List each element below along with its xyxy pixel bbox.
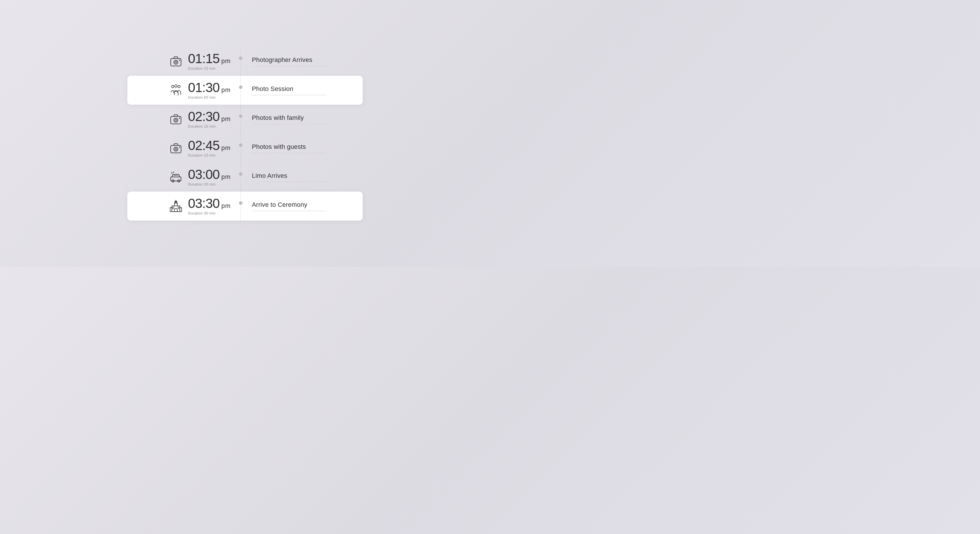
time-ampm: pm (221, 86, 231, 94)
svg-rect-27 (178, 207, 179, 209)
left-side-photos-family: 02:30 pm Duration 15 min (127, 105, 236, 134)
duration-text: Duration 60 min (188, 95, 215, 100)
event-name: Limo Arrives (252, 172, 326, 182)
right-side-photo-session: Photo Session (245, 76, 363, 105)
dot-line (236, 192, 245, 221)
dot-line (236, 134, 245, 163)
time-ampm: pm (221, 115, 231, 123)
duration-text: Duration 15 min (188, 124, 215, 129)
time-digits: 02:45 (188, 139, 220, 152)
timeline-dot (239, 201, 242, 205)
time-digits: 01:30 (188, 81, 220, 94)
timeline-item-arrive-ceremony[interactable]: 03:30 pm Duration 30 min Arrive to Cerem… (127, 192, 363, 221)
people-icon (169, 83, 183, 97)
right-side-photographer-arrives: Photographer Arrives (245, 47, 363, 76)
car-icon (169, 170, 183, 184)
svg-rect-26 (172, 207, 174, 209)
duration-text: Duration 15 min (188, 153, 215, 157)
right-side-photos-family: Photos with family (245, 105, 363, 134)
camera-icon (169, 111, 183, 127)
time-group: 01:30 pm Duration 60 min (188, 81, 231, 100)
timeline-dot (239, 86, 242, 89)
right-side-limo-arrives: Limo Arrives (245, 163, 363, 192)
time-ampm: pm (221, 57, 231, 65)
timeline-dot (239, 114, 242, 118)
time-digits: 02:30 (188, 110, 220, 123)
right-side-photos-guests: Photos with guests (245, 134, 363, 163)
timeline-item-photographer-arrives[interactable]: 01:15 pm Duration 15 min Photographer Ar… (127, 47, 363, 76)
time-display: 02:45 pm (188, 139, 231, 152)
time-display: 03:30 pm (188, 197, 231, 210)
timeline-item-photos-guests[interactable]: 02:45 pm Duration 15 min Photos with gue… (127, 134, 363, 163)
svg-point-13 (175, 148, 177, 150)
timeline-item-photo-session[interactable]: 01:30 pm Duration 60 min Photo Session (127, 76, 363, 105)
icon-time-group: 03:30 pm Duration 30 min (169, 197, 231, 215)
church-icon (169, 199, 183, 213)
event-name: Photo Session (252, 85, 326, 95)
duration-text: Duration 20 min (188, 182, 215, 186)
left-side-photographer-arrives: 01:15 pm Duration 15 min (127, 47, 236, 76)
left-side-arrive-ceremony: 03:30 pm Duration 30 min (127, 192, 236, 221)
time-digits: 03:00 (188, 168, 220, 181)
timeline-dot (239, 172, 242, 176)
svg-point-6 (175, 85, 177, 87)
time-group: 03:30 pm Duration 30 min (188, 197, 231, 215)
left-side-limo-arrives: 03:00 pm Duration 20 min (127, 163, 236, 192)
svg-rect-25 (174, 203, 177, 206)
time-digits: 03:30 (188, 197, 220, 210)
time-display: 02:30 pm (188, 110, 231, 123)
icon-time-group: 01:30 pm Duration 60 min (169, 81, 231, 100)
timeline-dot (239, 143, 242, 147)
time-ampm: pm (221, 202, 231, 210)
icon-time-group: 01:15 pm Duration 15 min (169, 52, 231, 70)
time-digits: 01:15 (188, 52, 220, 65)
time-display: 01:30 pm (188, 81, 231, 94)
time-group: 02:30 pm Duration 15 min (188, 110, 231, 129)
time-group: 02:45 pm Duration 15 min (188, 139, 231, 157)
svg-point-5 (178, 86, 180, 88)
icon-time-group: 02:45 pm Duration 15 min (169, 139, 231, 157)
svg-point-12 (174, 147, 178, 151)
svg-point-2 (175, 61, 177, 63)
time-display: 03:00 pm (188, 168, 231, 181)
event-name: Photographer Arrives (252, 56, 326, 66)
time-display: 01:15 pm (188, 52, 231, 65)
right-side-arrive-ceremony: Arrive to Ceremony (245, 192, 363, 221)
camera-icon (169, 140, 183, 156)
time-group: 01:15 pm Duration 15 min (188, 52, 231, 70)
icon-time-group: 03:00 pm Duration 20 min (169, 168, 231, 186)
duration-text: Duration 30 min (188, 211, 215, 215)
svg-point-10 (179, 118, 180, 119)
icon-time-group: 02:30 pm Duration 15 min (169, 110, 231, 129)
dot-line (236, 76, 245, 105)
duration-text: Duration 15 min (188, 66, 215, 70)
dot-line (236, 47, 245, 76)
dot-line (236, 105, 245, 134)
event-name: Arrive to Ceremony (252, 201, 326, 211)
dot-line (236, 163, 245, 192)
svg-point-3 (179, 60, 180, 61)
timeline-dot (239, 57, 242, 60)
svg-point-9 (175, 119, 177, 121)
svg-point-8 (174, 118, 178, 122)
time-group: 03:00 pm Duration 20 min (188, 168, 231, 186)
svg-point-14 (179, 146, 180, 148)
camera-icon (169, 54, 183, 68)
time-ampm: pm (221, 173, 231, 181)
svg-point-1 (174, 60, 178, 64)
time-ampm: pm (221, 144, 231, 152)
svg-rect-7 (171, 116, 181, 124)
svg-rect-11 (171, 145, 181, 153)
timeline: 01:15 pm Duration 15 min Photographer Ar… (127, 47, 363, 221)
event-name: Photos with guests (252, 143, 326, 153)
left-side-photo-session: 01:30 pm Duration 60 min (127, 76, 236, 105)
svg-rect-0 (171, 59, 181, 66)
timeline-item-photos-family[interactable]: 02:30 pm Duration 15 min Photos with fam… (127, 105, 363, 134)
event-name: Photos with family (252, 114, 326, 124)
svg-point-4 (172, 86, 174, 88)
left-side-photos-guests: 02:45 pm Duration 15 min (127, 134, 236, 163)
timeline-item-limo-arrives[interactable]: 03:00 pm Duration 20 min Limo Arrives (127, 163, 363, 192)
